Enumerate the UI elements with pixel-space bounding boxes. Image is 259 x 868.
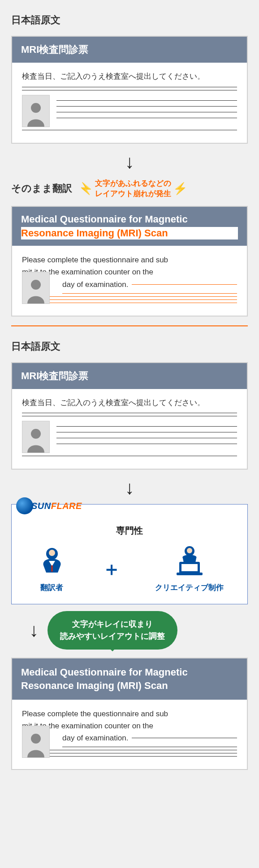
form-line — [22, 416, 237, 416]
photo-placeholder-icon — [22, 726, 50, 758]
body-line-2: mit it to the examination counter on the — [22, 266, 237, 278]
creative-icon — [173, 545, 206, 578]
expertise-label: 専門性 — [21, 525, 238, 537]
photo-placeholder-icon — [22, 272, 50, 304]
form-line — [132, 738, 237, 738]
form-line — [56, 426, 237, 427]
form-line — [62, 747, 237, 747]
card-header: MRI検査問診票 — [12, 363, 247, 389]
creative-label: クリエイティブ制作 — [155, 582, 224, 593]
form-line — [22, 90, 237, 90]
translator-label: 翻訳者 — [35, 582, 69, 593]
form-line — [56, 432, 237, 432]
bubble-line-1: 文字がキレイに収まり — [72, 620, 153, 629]
card-broken-translation: Medical Questionnaire for Magnetic Reson… — [11, 206, 248, 316]
sunflare-logo: SUNFLARE — [16, 497, 82, 514]
svg-point-1 — [31, 280, 41, 290]
header-line-2: Resonance Imaging (MRI) Scan — [21, 680, 168, 691]
photo-placeholder-icon — [22, 95, 50, 127]
sunflare-burst-icon — [16, 497, 33, 514]
card-header-overflow: Medical Questionnaire for Magnetic Reson… — [12, 207, 247, 246]
header-line-1: Medical Questionnaire for Magnetic — [21, 667, 188, 678]
form-line — [56, 100, 237, 101]
arrow-down-icon: ↓ — [11, 153, 248, 171]
svg-point-4 — [49, 550, 55, 556]
form-line — [56, 106, 237, 107]
body-line-1: Please complete the questionnaire and su… — [22, 708, 237, 720]
form-line — [22, 87, 237, 87]
card-original-jp-2: MRI検査問診票 検査当日、ご記入のうえ検査室へ提出してください。 — [11, 362, 248, 470]
form-line-broken — [132, 284, 237, 285]
body-line-2: mit it to the examination counter on the — [22, 720, 237, 732]
card-original-jp-1: MRI検査問診票 検査当日、ご記入のうえ検査室へ提出してください。 — [11, 36, 248, 144]
form-line — [22, 753, 237, 753]
form-line — [56, 118, 237, 118]
svg-rect-5 — [51, 565, 53, 572]
form-line-broken — [22, 303, 237, 303]
logo-sun: SUN — [31, 501, 51, 511]
lightning-icon: ⚡ — [79, 182, 93, 196]
warning-line-2: レイアウト崩れが発生 — [95, 189, 171, 198]
form-line — [56, 438, 237, 438]
form-line — [56, 444, 237, 444]
arrow-down-icon: ↓ — [11, 479, 248, 497]
photo-placeholder-icon — [22, 421, 50, 453]
form-line — [22, 456, 237, 456]
form-line — [56, 112, 237, 112]
form-line-broken — [62, 293, 237, 294]
form-line-broken — [22, 296, 237, 297]
card-instruction-text: 検査当日、ご記入のうえ検査室へ提出してください。 — [22, 71, 237, 82]
form-line-broken — [22, 299, 237, 300]
svg-point-0 — [31, 103, 41, 113]
body-line-3: day of examination. — [62, 732, 128, 744]
card-good-translation: Medical Questionnaire for Magnetic Reson… — [11, 658, 248, 770]
svg-point-2 — [31, 429, 41, 439]
svg-rect-10 — [177, 573, 203, 575]
section-title-original-1: 日本語原文 — [11, 13, 248, 27]
sunflare-process-box: SUNFLARE 専門性 翻訳者 ＋ クリエイティブ制作 — [11, 504, 248, 604]
body-line-1: Please complete the questionnaire and su… — [22, 254, 237, 266]
body-line-3: day of examination. — [62, 278, 128, 291]
form-line — [22, 413, 237, 413]
svg-point-11 — [31, 734, 41, 744]
svg-rect-9 — [181, 564, 198, 571]
header-overflow-line: Resonance Imaging (MRI) Scan — [21, 227, 238, 240]
form-line — [22, 750, 237, 750]
form-line — [22, 756, 237, 757]
header-line-1: Medical Questionnaire for Magnetic — [21, 214, 188, 225]
translator-icon — [35, 545, 69, 578]
arrow-down-icon: ↓ — [11, 620, 39, 641]
card-header: MRI検査問診票 — [12, 37, 247, 63]
svg-point-7 — [187, 548, 192, 553]
section-title-original-2: 日本語原文 — [11, 340, 248, 353]
lightning-icon: ⚡ — [173, 182, 187, 196]
direct-translation-label: そのまま翻訳 — [11, 182, 72, 195]
warning-line-1: 文字があふれるなどの — [95, 179, 171, 188]
plus-icon: ＋ — [102, 556, 121, 582]
form-line — [22, 130, 237, 130]
result-bubble: 文字がキレイに収まり 読みやすいレイアウトに調整 — [47, 611, 177, 650]
card-instruction-text: 検査当日、ご記入のうえ検査室へ提出してください。 — [22, 397, 237, 409]
logo-flare: FLARE — [51, 501, 82, 511]
bubble-line-2: 読みやすいレイアウトに調整 — [60, 632, 165, 641]
layout-break-warning: ⚡ 文字があふれるなどの レイアウト崩れが発生 ⚡ — [79, 178, 187, 200]
card-header-good: Medical Questionnaire for Magnetic Reson… — [12, 658, 247, 699]
overflow-divider — [11, 325, 248, 326]
